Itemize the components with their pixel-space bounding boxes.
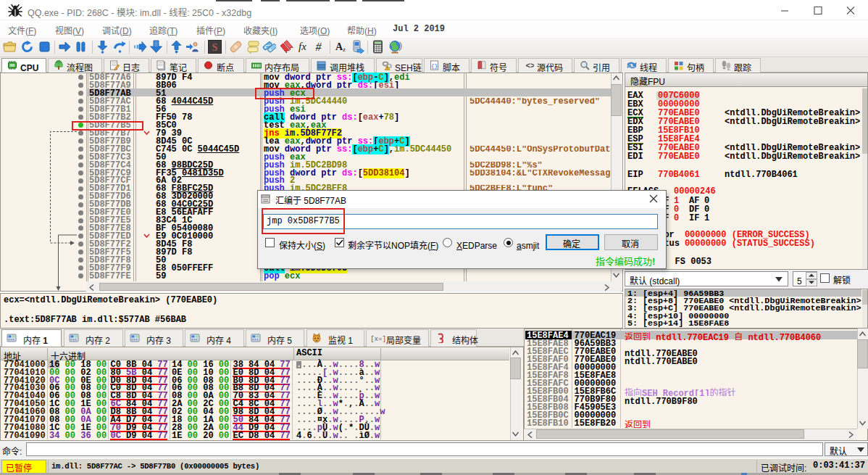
svg-text:#: #	[316, 41, 322, 53]
svg-text:S: S	[212, 42, 218, 53]
svg-text:[x=]: [x=]	[371, 336, 385, 343]
svg-text:z: z	[343, 46, 346, 53]
svg-text:!: !	[387, 66, 388, 70]
svg-text:fx: fx	[299, 41, 306, 52]
svg-text:<>: <>	[525, 62, 534, 70]
svg-text:{}: {}	[431, 62, 438, 69]
